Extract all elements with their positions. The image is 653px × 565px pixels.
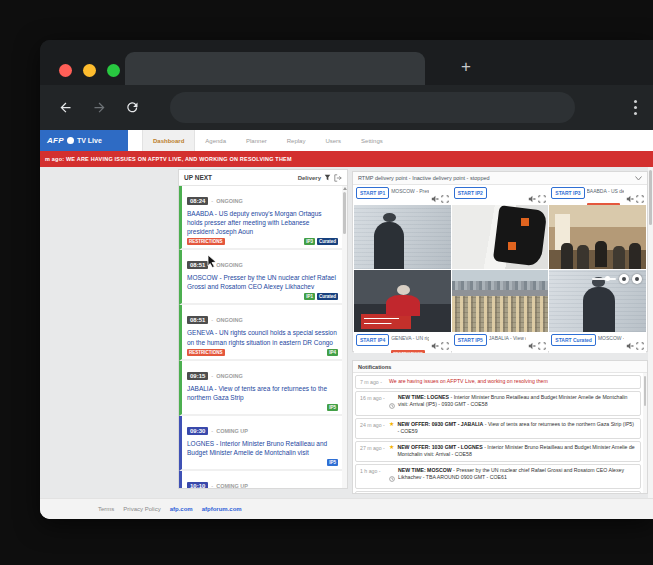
event-title[interactable]: BAABDA - US deputy envoy's Morgan Ortagu…: [187, 209, 338, 236]
event-title[interactable]: JABALIA - View of tents area for returne…: [187, 384, 338, 402]
video-caption-banner: [361, 314, 411, 329]
start-stream-button[interactable]: START IP4: [356, 334, 389, 346]
star-icon: ★: [389, 444, 394, 450]
dashboard-main: UP NEXT Delivery 08:24-ONGOINGBAABDA - U…: [40, 167, 653, 498]
event-status: ONGOING: [216, 373, 243, 379]
delivery-badges: IP1Curated: [302, 293, 338, 300]
notification-time: 27 m ago -: [360, 444, 386, 451]
video-thumbnail[interactable]: [452, 270, 549, 332]
player-controls: [592, 274, 642, 284]
video-thumbnail[interactable]: [354, 205, 451, 269]
start-stream-button[interactable]: START IP3: [551, 187, 584, 199]
delivery-badge: IP4: [327, 349, 338, 356]
stream-info: GENEVA - UN rights cou...RESTRICTIONS: [391, 334, 428, 353]
up-next-scrollbar[interactable]: [342, 186, 347, 488]
event-time-row: 09:15-ONGOING: [187, 364, 338, 382]
event-time-row: 10:10-COMING UP: [187, 474, 338, 488]
clock-icon: [389, 467, 395, 486]
start-stream-button[interactable]: START IP5: [454, 334, 487, 346]
schedule-item[interactable]: 10:10-COMING UPGDANSK - Ursula von der L…: [179, 471, 342, 488]
fullscreen-icon[interactable]: [441, 336, 449, 353]
fullscreen-icon[interactable]: [636, 336, 644, 353]
rtmp-panel-header[interactable]: RTMP delivery point - Inactive delivery …: [353, 172, 647, 185]
stream-title: JABALIA - View of tents ...: [489, 335, 526, 341]
schedule-item[interactable]: 08:51-ONGOINGGENEVA - UN rights council …: [179, 305, 342, 360]
restrictions-badge: RESTRICTIONS: [187, 238, 225, 245]
notifications-list: 7 m ago -We are having issues on AFPTV L…: [355, 373, 641, 493]
tab-planner[interactable]: Planner: [236, 130, 277, 151]
dash: -: [211, 317, 213, 323]
restrictions-badge: RESTRICTIONS: [391, 350, 425, 353]
delivery-label[interactable]: Delivery: [298, 175, 321, 181]
brand-dot-icon: [67, 137, 74, 144]
notification-text: NEW TIME: LOGNES - Interior Minister Bru…: [398, 394, 636, 409]
brand-afp-text: AFP: [47, 136, 64, 145]
mouse-cursor: [207, 254, 218, 268]
video-thumbnail[interactable]: [354, 270, 451, 332]
fullscreen-icon[interactable]: [538, 336, 546, 353]
tab-dashboard[interactable]: Dashboard: [142, 130, 195, 151]
schedule-item[interactable]: 08:51-ONGOINGMOSCOW - Presser by the UN …: [179, 250, 342, 305]
delivery-badges: IP4: [325, 349, 338, 356]
notification-text: We are having issues on AFPTV Live, and …: [389, 378, 548, 386]
page-scrollbar[interactable]: [648, 167, 653, 498]
notifications-scrollbar[interactable]: [643, 373, 647, 493]
schedule-item[interactable]: 09:15-ONGOINGJABALIA - View of tents are…: [179, 361, 342, 416]
back-icon[interactable]: [58, 100, 73, 115]
new-tab-button[interactable]: +: [456, 57, 476, 77]
event-badges-row: IP5: [187, 404, 338, 411]
stream-icons: [528, 334, 546, 353]
volume-slider[interactable]: [592, 278, 616, 280]
tab-replay[interactable]: Replay: [277, 130, 316, 151]
tab-users[interactable]: Users: [315, 130, 351, 151]
event-title[interactable]: GENEVA - UN rights council holds a speci…: [187, 328, 338, 346]
video-thumbnail[interactable]: [549, 205, 646, 269]
start-stream-button[interactable]: START IP2: [454, 187, 487, 199]
stream-tile: START CuratedMOSCOW - Press...: [549, 270, 646, 353]
event-title[interactable]: MOSCOW - Presser by the UN nuclear chief…: [187, 273, 338, 291]
dash: -: [211, 373, 213, 379]
forward-icon[interactable]: [92, 100, 107, 115]
schedule-item[interactable]: 09:30-COMING UPLOGNES - Interior Ministe…: [179, 416, 342, 471]
delivery-badges: IP3Curated: [302, 238, 338, 245]
delivery-badge: Curated: [317, 238, 338, 245]
close-button[interactable]: [59, 64, 72, 77]
video-thumbnail[interactable]: [549, 270, 646, 332]
notification-item: 16 m ago -NEW TIME: LOGNES - Interior Mi…: [355, 391, 641, 416]
schedule-item[interactable]: 08:24-ONGOINGBAABDA - US deputy envoy's …: [179, 186, 342, 250]
footer-link-afpforum-com[interactable]: afpforum.com: [202, 506, 242, 512]
maximize-button[interactable]: [107, 64, 120, 77]
event-status: COMING UP: [216, 428, 248, 434]
event-status: COMING UP: [216, 483, 248, 488]
notification-item: 1 h ago -★NEW OFFER: 0800 GMT - AL-ZAWAY…: [355, 491, 641, 493]
event-title[interactable]: LOGNES - Interior Minister Bruno Retaill…: [187, 439, 338, 457]
expand-icon[interactable]: [632, 274, 642, 284]
tab-agenda[interactable]: Agenda: [195, 130, 236, 151]
browser-menu-icon[interactable]: [630, 98, 640, 117]
mute-icon[interactable]: [626, 336, 634, 353]
notification-time: 16 m ago -: [360, 394, 386, 401]
tab-settings[interactable]: Settings: [351, 130, 393, 151]
browser-tab[interactable]: [125, 52, 425, 85]
start-stream-button[interactable]: START Curated: [551, 334, 596, 346]
stream-icons: [528, 187, 546, 207]
event-time: 09:15: [187, 372, 208, 380]
up-next-list: 08:24-ONGOINGBAABDA - US deputy envoy's …: [179, 186, 342, 488]
export-panel-icon[interactable]: [334, 174, 342, 182]
star-icon: ★: [389, 421, 394, 427]
stream-title: MOSCOW - Presser by t...: [391, 188, 428, 194]
footer-link-afp-com[interactable]: afp.com: [170, 506, 193, 512]
rtmp-panel: RTMP delivery point - Inactive delivery …: [352, 171, 648, 352]
filter-icon[interactable]: [324, 174, 331, 181]
up-next-title: UP NEXT: [184, 174, 212, 181]
reload-icon[interactable]: [125, 100, 140, 115]
stream-title: BAABDA - US deputy en...: [587, 188, 624, 194]
mute-icon[interactable]: [528, 336, 536, 353]
settings-icon[interactable]: [619, 274, 629, 284]
address-bar[interactable]: [170, 92, 575, 123]
mute-icon[interactable]: [431, 336, 439, 353]
chevron-down-icon[interactable]: [635, 176, 642, 181]
minimize-button[interactable]: [83, 64, 96, 77]
video-thumbnail[interactable]: [452, 205, 549, 269]
start-stream-button[interactable]: START IP1: [356, 187, 389, 199]
